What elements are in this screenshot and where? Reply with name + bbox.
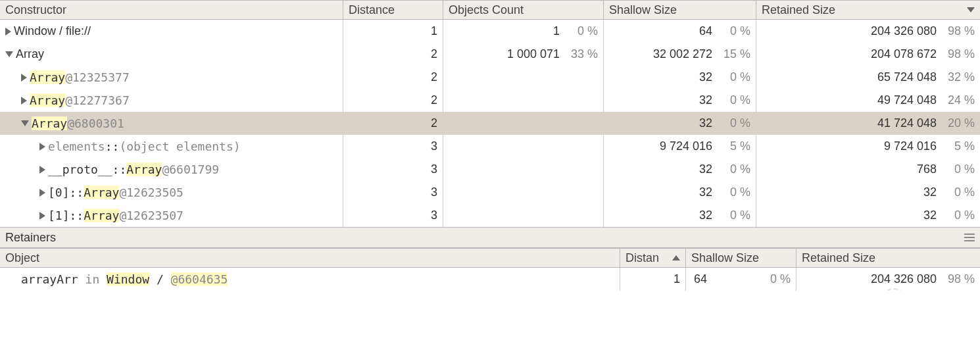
constructor-cell: Array @12325377 — [0, 66, 343, 89]
expand-icon[interactable] — [39, 166, 45, 174]
table-header: Constructor Distance Objects Count Shall… — [0, 0, 980, 20]
constructor-cell: Window / file:// — [0, 20, 343, 43]
objects-count-cell — [443, 181, 604, 204]
distance-cell: 2 — [343, 112, 443, 135]
retainers-header: Retainers — [0, 227, 980, 248]
table-row[interactable]: Array @122773672320 %49 724 04824 % — [0, 89, 980, 112]
header-objects-count[interactable]: Objects Count — [443, 1, 604, 19]
retainers-header-retained[interactable]: Retained Size — [796, 249, 980, 267]
expand-icon[interactable] — [21, 97, 27, 105]
retainers-title: Retainers — [5, 231, 56, 245]
expand-icon[interactable] — [21, 74, 27, 82]
retainer-shallow: 64 0 % — [686, 268, 796, 291]
objects-count-cell — [443, 204, 604, 227]
expand-icon[interactable] — [39, 212, 45, 220]
table-row[interactable]: elements :: (object elements)39 724 0165… — [0, 135, 980, 158]
table-row[interactable]: __proto__ :: Array @66017993320 %7680 % — [0, 158, 980, 181]
objects-count-cell — [443, 135, 604, 158]
distance-cell: 2 — [343, 43, 443, 66]
retainer-distance: 1 — [620, 268, 686, 291]
expand-icon[interactable] — [5, 28, 11, 36]
sort-ascending-icon — [672, 255, 680, 260]
shallow-size-cell: 640 % — [604, 20, 756, 43]
retainers-header-shallow[interactable]: Shallow Size — [686, 249, 796, 267]
retained-size-cell: 204 326 08098 % — [756, 20, 980, 43]
distance-cell: 2 — [343, 89, 443, 112]
constructor-cell: Array @6800301 — [0, 112, 343, 135]
shallow-size-cell: 320 % — [604, 158, 756, 181]
objects-count-cell: 10 % — [443, 20, 604, 43]
shallow-size-cell: 9 724 0165 % — [604, 135, 756, 158]
distance-cell: 3 — [343, 158, 443, 181]
shallow-size-cell: 320 % — [604, 89, 756, 112]
retained-size-cell: 320 % — [756, 181, 980, 204]
objects-count-cell — [443, 112, 604, 135]
objects-count-cell — [443, 66, 604, 89]
header-retained-size[interactable]: Retained Size — [756, 1, 980, 19]
retained-size-cell: 41 724 04820 % — [756, 112, 980, 135]
table-row[interactable]: Array21 000 07133 %32 002 27215 %204 078… — [0, 43, 980, 66]
retained-size-cell: 9 724 0165 % — [756, 135, 980, 158]
retainer-retained: 204 326 080 98 % — [796, 268, 980, 291]
shallow-size-cell: 320 % — [604, 181, 756, 204]
retained-size-cell: 320 % — [756, 204, 980, 227]
retainer-name: arrayArr in Window / @6604635 — [21, 272, 228, 287]
shallow-size-cell: 320 % — [604, 204, 756, 227]
header-distance[interactable]: Distance — [343, 1, 443, 19]
expand-icon[interactable] — [39, 143, 45, 151]
constructor-cell: elements :: (object elements) — [0, 135, 343, 158]
objects-count-cell — [443, 158, 604, 181]
heap-table: Constructor Distance Objects Count Shall… — [0, 0, 980, 227]
constructor-cell: [0] :: Array @12623505 — [0, 181, 343, 204]
distance-cell: 3 — [343, 135, 443, 158]
retainers-row[interactable]: arrayArr in Window / @6604635 1 64 0 % 2… — [0, 268, 980, 291]
header-constructor[interactable]: Constructor — [0, 1, 343, 19]
table-row[interactable]: Window / file://110 %640 %204 326 08098 … — [0, 20, 980, 43]
expand-icon[interactable] — [39, 189, 45, 197]
menu-icon[interactable] — [964, 234, 975, 241]
constructor-cell: Array @12277367 — [0, 89, 343, 112]
distance-cell: 3 — [343, 204, 443, 227]
shallow-size-cell: 32 002 27215 % — [604, 43, 756, 66]
objects-count-cell — [443, 89, 604, 112]
retainers-header-distance[interactable]: Distan — [620, 249, 686, 267]
distance-cell: 2 — [343, 66, 443, 89]
collapse-icon[interactable] — [5, 51, 13, 57]
retained-size-cell: 65 724 04832 % — [756, 66, 980, 89]
objects-count-cell: 1 000 07133 % — [443, 43, 604, 66]
constructor-cell: __proto__ :: Array @6601799 — [0, 158, 343, 181]
retained-size-cell: 7680 % — [756, 158, 980, 181]
collapse-icon[interactable] — [21, 120, 29, 126]
table-row[interactable]: Array @68003012320 %41 724 04820 % — [0, 112, 980, 135]
distance-cell: 3 — [343, 181, 443, 204]
shallow-size-cell: 320 % — [604, 112, 756, 135]
retainers-table-header: Object Distan Shallow Size Retained Size — [0, 248, 980, 268]
table-row[interactable]: [0] :: Array @126235053320 %320 % — [0, 181, 980, 204]
table-row[interactable]: Array @123253772320 %65 724 04832 % — [0, 66, 980, 89]
retained-size-cell: 204 078 67298 % — [756, 43, 980, 66]
header-shallow-size[interactable]: Shallow Size — [604, 1, 756, 19]
distance-cell: 1 — [343, 20, 443, 43]
retained-size-cell: 49 724 04824 % — [756, 89, 980, 112]
constructor-cell: Array — [0, 43, 343, 66]
shallow-size-cell: 320 % — [604, 66, 756, 89]
retainers-header-object[interactable]: Object — [0, 249, 620, 267]
table-row[interactable]: [1] :: Array @126235073320 %320 % — [0, 204, 980, 227]
sort-descending-icon — [967, 7, 975, 12]
constructor-cell: [1] :: Array @12623507 — [0, 204, 343, 227]
